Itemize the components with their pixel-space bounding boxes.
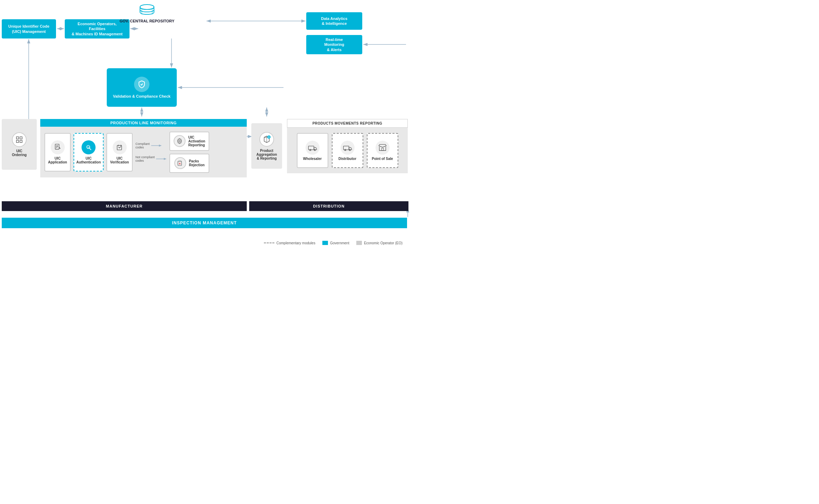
shield-icon-circle	[134, 77, 149, 92]
package-check-icon	[116, 144, 124, 151]
uic-verification-label: UICVerification	[110, 156, 129, 164]
validation-compliance-box: Validation & Compliance Check	[107, 68, 177, 107]
package-plus-icon	[263, 135, 271, 143]
products-movements-body: Wholesaler Distributor	[287, 128, 408, 173]
realtime-monitoring-box: Real-time Monitoring & Alerts	[306, 35, 362, 54]
inspection-label: INSPECTION MANAGEMENT	[172, 220, 237, 225]
svg-rect-17	[20, 136, 22, 139]
realtime-label: Real-time Monitoring & Alerts	[324, 37, 344, 52]
uic-ordering-icon	[12, 132, 27, 147]
wholesaler-icon	[306, 141, 320, 155]
legend: Complementary modules Government Economi…	[264, 241, 402, 245]
inspection-management-bar: INSPECTION MANAGEMENT	[2, 218, 407, 228]
gear-icon	[176, 138, 183, 144]
complementary-label: Complementary modules	[276, 241, 315, 245]
uic-application-label: UICApplication	[48, 156, 67, 164]
products-movements-header: PRODUCTS MOVEMENTS REPORTING	[287, 119, 408, 128]
database-icon	[138, 4, 156, 18]
uic-activation-icon	[174, 135, 186, 147]
production-header-label: PRODUCTION LINE MONITORING	[110, 121, 176, 125]
svg-point-35	[179, 140, 181, 142]
eco-label: Economic Operators, Facilities & Machine…	[69, 21, 125, 36]
search-verify-icon: 10	[85, 144, 92, 151]
uic-management-box: Unique Identifier Code (UIC) Management	[2, 19, 56, 38]
dashed-line-icon	[264, 243, 274, 243]
diagram: Unique Identifier Code (UIC) Management …	[0, 0, 410, 252]
production-line-section: PRODUCTION LINE MONITORING UICApplicatio…	[40, 119, 247, 177]
production-line-header: PRODUCTION LINE MONITORING	[40, 119, 247, 127]
product-aggregation-module: ProductAggregation& Reporting	[251, 123, 282, 169]
truck-icon	[308, 144, 317, 151]
svg-text:10: 10	[87, 146, 90, 149]
uic-authentication-icon: 10	[82, 140, 96, 154]
document-icon	[54, 144, 62, 151]
uic-activation-label: UICActivationReporting	[188, 135, 205, 147]
economic-operator-color-icon	[356, 241, 362, 245]
product-aggregation-icon	[259, 132, 274, 147]
compliant-label: Compliantcodes	[135, 142, 150, 149]
packs-rejection-icon	[174, 157, 186, 169]
shield-icon	[138, 80, 146, 89]
svg-rect-52	[382, 148, 383, 150]
gov-repo-label: GOV. CENTRAL REPOSITORY	[120, 19, 174, 23]
legend-complementary: Complementary modules	[264, 241, 315, 245]
government-label: Government	[330, 241, 349, 245]
right-modules: UICActivationReporting PacksRejection	[169, 132, 209, 173]
uic-application-module: UICApplication	[44, 133, 71, 172]
uic-verification-module: UICVerification	[106, 133, 133, 172]
point-of-sale-label: Point of Sale	[372, 157, 393, 161]
products-movements-label: PRODUCTS MOVEMENTS REPORTING	[313, 121, 383, 125]
distribution-bar: DISTRIBUTION	[249, 201, 408, 211]
truck2-icon	[343, 144, 352, 151]
manufacturer-label: MANUFACTURER	[106, 204, 143, 208]
legend-government: Government	[322, 241, 349, 245]
products-movements-section: PRODUCTS MOVEMENTS REPORTING Wholesaler	[287, 119, 408, 173]
grid-icon	[15, 136, 23, 144]
product-aggregation-label: ProductAggregation& Reporting	[257, 149, 277, 160]
svg-rect-49	[343, 146, 349, 149]
distributor-label: Distributor	[338, 157, 356, 161]
uic-verification-icon	[113, 140, 127, 154]
not-compliant-arrow	[156, 157, 167, 161]
data-analytics-box: Data Analytics & Intelligence	[306, 12, 362, 30]
reject-box-icon	[177, 160, 183, 166]
svg-marker-34	[164, 158, 167, 160]
svg-rect-19	[20, 140, 22, 142]
legend-economic-operator: Economic Operator (EO)	[356, 241, 402, 245]
not-compliant-label: Not compliantcodes	[135, 155, 155, 162]
not-compliant-flow: Not compliantcodes	[135, 155, 167, 162]
point-of-sale-module: Point of Sale	[367, 133, 398, 168]
packs-rejection-module: PacksRejection	[169, 154, 209, 173]
gov-central-repo: GOV. CENTRAL REPOSITORY	[119, 4, 175, 23]
validation-label: Validation & Compliance Check	[113, 94, 170, 98]
uic-authentication-module: 10 UICAuthentication	[74, 133, 104, 172]
uic-authentication-label: UICAuthentication	[76, 156, 101, 164]
packs-rejection-label: PacksRejection	[189, 159, 205, 167]
distribution-label: DISTRIBUTION	[313, 204, 344, 208]
economic-operator-label: Economic Operator (EO)	[364, 241, 402, 245]
svg-marker-32	[159, 145, 162, 147]
data-analytics-label: Data Analytics & Intelligence	[321, 16, 347, 26]
compliant-arrow	[151, 144, 162, 148]
manufacturer-bar: MANUFACTURER	[2, 201, 247, 211]
uic-label: Unique Identifier Code (UIC) Management	[8, 24, 49, 34]
store-icon	[378, 144, 387, 152]
compliant-flow: Compliantcodes	[135, 142, 162, 149]
government-color-icon	[322, 241, 328, 245]
uic-application-icon	[51, 140, 65, 154]
svg-rect-16	[16, 136, 19, 139]
distributor-module: Distributor	[332, 133, 363, 168]
distributor-icon	[341, 141, 355, 155]
uic-ordering-container: UICOrdering	[2, 119, 37, 170]
svg-rect-18	[16, 140, 19, 142]
flow-arrows: Compliantcodes Not compliantcodes	[135, 142, 167, 162]
wholesaler-module: Wholesaler	[297, 133, 328, 168]
svg-rect-46	[308, 146, 314, 149]
uic-ordering-label: UICOrdering	[12, 149, 27, 157]
point-of-sale-icon	[376, 141, 390, 155]
wholesaler-label: Wholesaler	[303, 157, 322, 161]
uic-activation-module: UICActivationReporting	[169, 132, 209, 151]
